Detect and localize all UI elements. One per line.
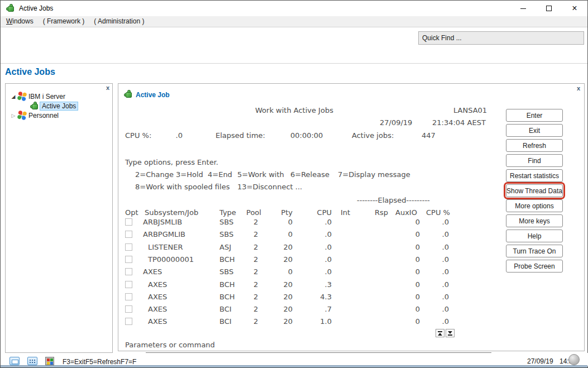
active-jobs-value: 447	[422, 131, 436, 140]
job-cpu: 4.3	[303, 293, 332, 301]
more-keys-button[interactable]: More keys	[506, 214, 563, 227]
options-prompt: Type options, press Enter.	[125, 158, 218, 166]
terminal-icon[interactable]	[9, 357, 20, 365]
job-auxio: 0	[398, 230, 420, 238]
menu-item-windows[interactable]: Windows	[6, 16, 34, 27]
job-type: BCI	[219, 305, 232, 313]
expanded-arrow-icon[interactable]: ◢	[9, 94, 18, 99]
system-name: LANSA01	[453, 106, 487, 114]
option-token: 6=Release	[290, 170, 329, 179]
window-title: Active Jobs	[19, 4, 53, 12]
column-header-subsystemjob: Subsystem/Job	[145, 208, 198, 217]
job-name: ARBJSMLIB	[143, 218, 182, 226]
job-type: BCH	[219, 255, 235, 264]
title-bar: Active Jobs ×	[1, 1, 587, 16]
option-token: 7=Display message	[338, 170, 410, 179]
option-token: 3=Hold	[176, 170, 203, 179]
main-panel-close-icon[interactable]: x	[577, 85, 580, 92]
find-button[interactable]: Find	[506, 154, 563, 167]
tree-panel: x ◢IBM i ServerActive Jobs▷Personnel	[5, 83, 113, 353]
menu-item-administration[interactable]: ( Administration )	[94, 16, 144, 27]
exit-button[interactable]: Exit	[506, 124, 563, 137]
tree-panel-close-icon[interactable]: x	[106, 84, 109, 91]
job-name: AXES	[148, 280, 167, 289]
collapsed-arrow-icon[interactable]: ▷	[9, 113, 18, 118]
opt-checkbox[interactable]	[125, 281, 132, 288]
job-cpu-pct: .0	[426, 218, 449, 226]
show-thread-data-button[interactable]: Show Thread Data	[506, 184, 563, 197]
minimize-icon	[520, 8, 526, 9]
app-window: Active Jobs × Windows( Framework )( Admi…	[0, 0, 588, 368]
opt-checkbox[interactable]	[125, 268, 132, 275]
refresh-button[interactable]: Refresh	[506, 139, 563, 152]
option-token: 13=Disconnect ...	[237, 183, 302, 191]
job-pty: 20	[275, 317, 293, 326]
column-header-pool: Pool	[246, 208, 261, 217]
job-pty: 20	[275, 293, 293, 301]
opt-checkbox[interactable]	[125, 293, 132, 300]
opt-checkbox[interactable]	[125, 318, 132, 325]
job-pool: 2	[254, 305, 258, 313]
job-auxio: 0	[398, 305, 420, 313]
job-pool: 2	[254, 230, 258, 238]
enter-button[interactable]: Enter	[506, 109, 563, 122]
job-cpu-pct: .0	[426, 243, 449, 251]
help-button[interactable]: Help	[506, 230, 563, 242]
function-key-legend: F3=ExitF5=RefreshF7=F	[63, 358, 141, 366]
job-auxio: 0	[398, 267, 420, 276]
job-name: ARBPGMLIB	[143, 230, 185, 238]
apps-icon[interactable]	[45, 357, 54, 365]
maximize-button[interactable]	[536, 1, 562, 16]
option-token: 2=Change	[135, 170, 174, 179]
column-header-opt: Opt	[125, 208, 138, 217]
job-name: AXES	[148, 305, 167, 313]
scroll-to-bottom-button[interactable]	[446, 329, 455, 337]
quick-find-input[interactable]	[418, 31, 584, 45]
job-name: AXES	[148, 293, 167, 301]
job-type: BCH	[219, 293, 235, 301]
minimize-button[interactable]	[510, 1, 536, 16]
tree-item-active-jobs[interactable]: Active Jobs	[6, 101, 112, 111]
close-button[interactable]: ×	[562, 1, 587, 16]
job-cpu-pct: .0	[426, 267, 449, 276]
job-cpu: .0	[303, 267, 332, 276]
tree-item-personnel[interactable]: ▷Personnel	[6, 111, 112, 120]
opt-checkbox[interactable]	[125, 256, 132, 263]
job-type: BCI	[219, 317, 232, 326]
restart-statistics-button[interactable]: Restart statistics	[506, 169, 563, 182]
scroll-to-top-button[interactable]	[436, 329, 444, 337]
probe-screen-button[interactable]: Probe Screen	[506, 260, 563, 273]
page-title: Active Jobs	[5, 67, 55, 77]
opt-checkbox[interactable]	[125, 243, 132, 251]
column-header-pty: Pty	[275, 208, 293, 217]
more-options-button[interactable]: More options	[506, 199, 563, 212]
job-type: SBS	[219, 218, 233, 226]
job-pty: 20	[275, 280, 293, 289]
menu-item-framework[interactable]: ( Framework )	[43, 16, 85, 27]
opt-checkbox[interactable]	[125, 231, 132, 238]
elapsed-label: Elapsed time:	[216, 131, 265, 140]
opt-checkbox[interactable]	[125, 218, 132, 226]
app-icon	[6, 4, 15, 12]
job-cpu: 1.0	[303, 317, 332, 326]
job-cpu-pct: .0	[426, 230, 449, 238]
job-type: ASJ	[219, 243, 231, 251]
active-job-icon	[124, 90, 132, 98]
grid-icon[interactable]	[27, 357, 37, 365]
panel-title: Active Job	[136, 91, 170, 99]
elapsed-group-header: --------Elapsed---------	[357, 196, 430, 204]
turn-trace-on-button[interactable]: Turn Trace On	[506, 245, 563, 257]
job-auxio: 0	[398, 255, 420, 264]
job-type: SBS	[219, 267, 233, 276]
job-pool: 2	[254, 255, 258, 264]
screen-date: 27/09/19	[380, 118, 412, 127]
tree-item-ibm-i-server[interactable]: ◢IBM i Server	[6, 92, 112, 101]
connection-status-icon	[568, 354, 580, 365]
puzzle-icon	[30, 102, 39, 110]
screen-time: 21:34:04 AEST	[432, 118, 486, 127]
job-cpu-pct: .0	[426, 293, 449, 301]
job-pty: 0	[275, 230, 293, 238]
opt-checkbox[interactable]	[125, 305, 132, 313]
active-jobs-label: Active jobs:	[352, 131, 394, 140]
window-bottom-edge	[1, 365, 587, 367]
